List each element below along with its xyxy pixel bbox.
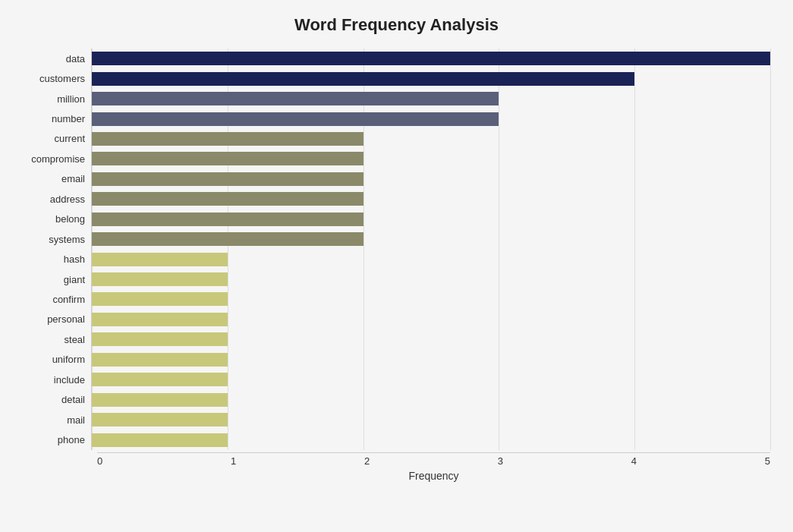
bar: [92, 212, 363, 226]
bar-row: [92, 170, 770, 188]
y-axis-label: uniform: [52, 351, 85, 369]
y-axis-label: address: [50, 190, 85, 208]
x-tick: 1: [231, 455, 236, 467]
bar: [92, 393, 228, 407]
bar: [92, 373, 228, 386]
grid-line: [770, 49, 771, 450]
y-axis-label: belong: [55, 210, 85, 228]
bar: [92, 92, 499, 105]
x-tick: 4: [631, 455, 637, 467]
y-axis-label: hash: [64, 250, 85, 269]
bar-row: [92, 90, 770, 108]
chart-title: Word Frequency Analysis: [23, 15, 770, 35]
bar-row: [92, 370, 770, 389]
bar: [92, 292, 228, 306]
bar-row: [92, 310, 770, 329]
y-axis-label: personal: [47, 310, 85, 329]
y-axis-label: current: [55, 130, 85, 148]
x-tick: 2: [364, 455, 370, 467]
bar-row: [92, 290, 770, 308]
bar: [92, 353, 228, 367]
plot-area: [91, 49, 770, 450]
bar-row: [92, 330, 770, 348]
y-axis-label: data: [66, 49, 85, 68]
bar: [92, 112, 499, 126]
bar: [92, 232, 363, 246]
chart-container: Word Frequency Analysis datacustomersmil…: [0, 0, 793, 532]
y-axis-label: email: [61, 170, 85, 188]
bar: [92, 72, 634, 86]
x-tick: 0: [97, 455, 102, 467]
x-axis-label: Frequency: [97, 470, 770, 482]
bar-row: [92, 110, 770, 128]
bar: [92, 433, 228, 447]
bar-row: [92, 391, 770, 409]
y-axis-label: detail: [61, 391, 85, 409]
y-axis-label: compromise: [31, 150, 85, 168]
y-axis: datacustomersmillionnumbercurrentcomprom…: [23, 49, 91, 450]
bar: [92, 272, 228, 286]
bar: [92, 413, 228, 427]
bar: [92, 132, 363, 146]
bar: [92, 192, 363, 206]
bar: [92, 332, 228, 346]
x-tick: 5: [765, 455, 770, 467]
bar-row: [92, 230, 770, 248]
bar: [92, 152, 363, 165]
y-axis-label: mail: [67, 411, 85, 429]
bar-row: [92, 250, 770, 269]
y-axis-label: systems: [49, 230, 85, 248]
bar-row: [92, 270, 770, 288]
bar-row: [92, 210, 770, 228]
bar: [92, 172, 363, 186]
bar: [92, 253, 228, 266]
x-tick: 3: [498, 455, 503, 467]
y-axis-label: number: [52, 110, 85, 128]
y-axis-label: confirm: [52, 290, 85, 308]
bar: [92, 52, 770, 65]
bar: [92, 313, 228, 326]
y-axis-label: steal: [65, 330, 85, 348]
bar-row: [92, 130, 770, 148]
y-axis-label: giant: [64, 270, 85, 288]
y-axis-label: million: [57, 90, 85, 108]
bar-row: [92, 70, 770, 88]
bar-row: [92, 351, 770, 369]
bar-row: [92, 431, 770, 449]
x-axis: 012345 Frequency: [97, 452, 770, 482]
y-axis-label: include: [54, 370, 85, 389]
bar-row: [92, 190, 770, 208]
bar-row: [92, 150, 770, 168]
y-axis-label: customers: [39, 70, 85, 88]
y-axis-label: phone: [58, 431, 85, 449]
bar-row: [92, 411, 770, 429]
bar-row: [92, 49, 770, 68]
